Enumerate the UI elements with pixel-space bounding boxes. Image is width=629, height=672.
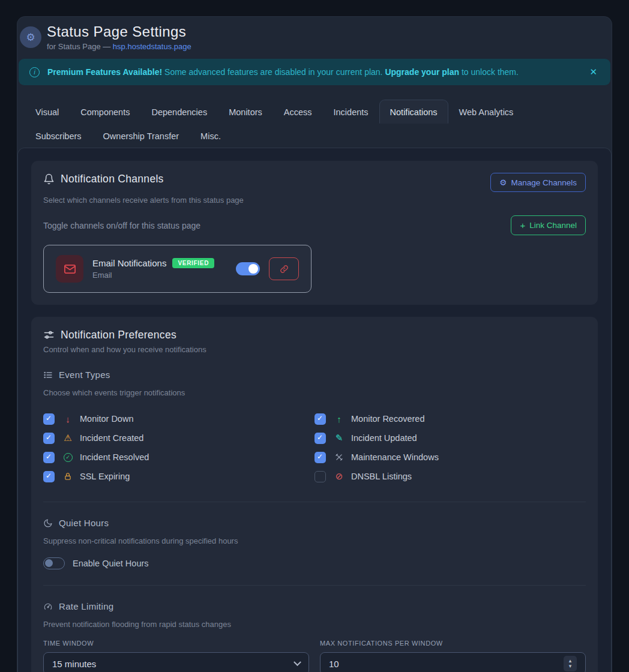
rate-limiting-form: TIME WINDOW 15 minutes MAX NOTIFICATIONS… xyxy=(43,640,586,672)
checkbox-unchecked[interactable] xyxy=(314,471,326,482)
event-row-monitor-down[interactable]: ↓ Monitor Down xyxy=(43,409,314,428)
tab-row-1: Visual Components Dependencies Monitors … xyxy=(25,100,604,124)
quiet-hours-subtitle: Suppress non-critical notifications duri… xyxy=(43,536,586,545)
stepper-down-icon[interactable]: ▾ xyxy=(569,664,572,669)
event-label: Incident Resolved xyxy=(80,452,149,462)
rate-limiting-subtitle: Prevent notification flooding from rapid… xyxy=(43,620,586,629)
event-row-incident-created[interactable]: ⚠ Incident Created xyxy=(43,428,314,448)
upgrade-plan-link[interactable]: Upgrade your plan xyxy=(385,67,459,77)
notifications-panel: Notification Channels ⚙ Manage Channels … xyxy=(17,148,612,672)
warning-triangle-icon: ⚠ xyxy=(62,433,74,443)
banner-title: Premium Features Available! xyxy=(47,67,162,77)
toggle-knob xyxy=(248,264,258,274)
no-entry-icon: ⊘ xyxy=(333,471,345,482)
link-channel-button[interactable]: + Link Channel xyxy=(511,215,586,235)
gear-glyph: ⚙ xyxy=(26,31,35,44)
settings-gear-icon: ⚙ xyxy=(20,26,41,48)
channels-title: Notification Channels xyxy=(61,173,164,185)
event-row-dnsbl-listings[interactable]: ⊘ DNSBL Listings xyxy=(314,467,586,486)
section-divider xyxy=(43,585,586,586)
event-types-grid: ↓ Monitor Down ⚠ Incident Created ✓ Inci… xyxy=(43,409,586,486)
event-label: DNSBL Listings xyxy=(351,472,412,481)
chevron-down-icon xyxy=(293,658,301,666)
event-label: Monitor Down xyxy=(80,414,133,424)
main-container: ⚙ Status Page Settings for Status Page —… xyxy=(17,16,612,672)
event-row-ssl-expiring[interactable]: SSL Expiring xyxy=(43,467,314,486)
rate-limiting-header: Rate Limiting xyxy=(43,601,586,611)
number-stepper[interactable]: ▴▾ xyxy=(564,656,577,671)
tab-dependencies[interactable]: Dependencies xyxy=(140,100,218,124)
max-notifications-value: 10 xyxy=(329,659,339,669)
max-notifications-input[interactable]: 10 ▴▾ xyxy=(320,652,586,672)
verified-badge: VERIFIED xyxy=(172,258,214,268)
tab-access[interactable]: Access xyxy=(273,100,323,124)
quiet-hours-toggle[interactable] xyxy=(43,557,65,569)
tab-misc[interactable]: Misc. xyxy=(190,124,232,148)
channel-name: Email Notifications xyxy=(92,258,166,268)
preferences-title: Notification Preferences xyxy=(61,329,176,341)
plus-icon: + xyxy=(520,220,525,230)
gear-icon: ⚙ xyxy=(499,178,507,187)
checkbox-checked[interactable] xyxy=(43,413,55,425)
info-glyph: i xyxy=(34,69,35,76)
manage-channels-label: Manage Channels xyxy=(511,178,577,187)
moon-icon xyxy=(43,518,53,528)
tab-monitors[interactable]: Monitors xyxy=(218,100,273,124)
toggle-hint: Toggle channels on/off for this status p… xyxy=(43,221,200,230)
manage-channels-button[interactable]: ⚙ Manage Channels xyxy=(490,173,586,192)
tab-notifications[interactable]: Notifications xyxy=(379,100,448,124)
checkbox-checked[interactable] xyxy=(314,413,326,425)
event-col-right: ↑ Monitor Recovered ✎ Incident Updated M… xyxy=(314,409,586,486)
tab-web-analytics[interactable]: Web Analytics xyxy=(448,100,525,124)
page-title: Status Page Settings xyxy=(47,23,191,40)
info-icon: i xyxy=(29,67,40,77)
max-notifications-field: MAX NOTIFICATIONS PER WINDOW 10 ▴▾ xyxy=(320,640,586,672)
page-subtitle: for Status Page — hsp.hostedstatus.page xyxy=(47,42,191,51)
event-types-header: Event Types xyxy=(43,370,586,380)
status-page-link[interactable]: hsp.hostedstatus.page xyxy=(113,42,191,51)
unlink-channel-button[interactable] xyxy=(269,257,299,280)
page-title-block: Status Page Settings for Status Page — h… xyxy=(47,23,191,51)
rate-limiting-title: Rate Limiting xyxy=(59,601,113,611)
link-chain-icon xyxy=(280,265,289,274)
list-icon xyxy=(43,370,53,380)
checkbox-checked[interactable] xyxy=(314,433,326,444)
toggle-knob xyxy=(45,559,53,567)
event-row-monitor-recovered[interactable]: ↑ Monitor Recovered xyxy=(314,409,586,428)
lock-icon xyxy=(62,472,74,481)
tab-components[interactable]: Components xyxy=(70,100,140,124)
checkbox-checked[interactable] xyxy=(43,452,55,463)
channel-type: Email xyxy=(92,271,214,280)
event-row-incident-resolved[interactable]: ✓ Incident Resolved xyxy=(43,448,314,467)
channels-header-row: Notification Channels ⚙ Manage Channels xyxy=(43,173,586,192)
gauge-icon xyxy=(43,602,53,611)
event-label: Incident Updated xyxy=(351,433,417,443)
channel-name-row: Email Notifications VERIFIED xyxy=(92,258,214,268)
tab-visual[interactable]: Visual xyxy=(25,100,70,124)
event-row-incident-updated[interactable]: ✎ Incident Updated xyxy=(314,428,586,448)
banner-message: Some advanced features are disabled in y… xyxy=(162,67,385,77)
checkbox-checked[interactable] xyxy=(314,452,326,463)
quiet-hours-toggle-label: Enable Quiet Hours xyxy=(73,559,149,568)
tab-incidents[interactable]: Incidents xyxy=(323,100,379,124)
notification-preferences-card: Notification Preferences Control when an… xyxy=(31,317,598,672)
notification-channels-card: Notification Channels ⚙ Manage Channels … xyxy=(31,161,598,305)
quiet-hours-title: Quiet Hours xyxy=(59,518,109,528)
close-icon[interactable]: ✕ xyxy=(587,64,600,80)
channel-info: Email Notifications VERIFIED Email xyxy=(92,258,214,280)
section-divider xyxy=(43,502,586,502)
email-channel-toggle[interactable] xyxy=(236,262,260,275)
sliders-icon xyxy=(43,329,55,341)
checkbox-checked[interactable] xyxy=(43,433,55,444)
tab-ownership-transfer[interactable]: Ownership Transfer xyxy=(92,124,190,148)
tab-subscribers[interactable]: Subscribers xyxy=(25,124,92,148)
channels-title-wrap: Notification Channels xyxy=(43,173,164,185)
event-col-left: ↓ Monitor Down ⚠ Incident Created ✓ Inci… xyxy=(43,409,314,486)
link-channel-label: Link Channel xyxy=(529,221,577,230)
checkbox-checked[interactable] xyxy=(43,471,55,482)
quiet-hours-toggle-row: Enable Quiet Hours xyxy=(43,557,586,569)
event-row-maintenance-windows[interactable]: Maintenance Windows xyxy=(314,448,586,467)
tab-bar: Visual Components Dependencies Monitors … xyxy=(17,100,612,148)
time-window-select[interactable]: 15 minutes xyxy=(43,652,309,672)
time-window-field: TIME WINDOW 15 minutes xyxy=(43,640,309,672)
